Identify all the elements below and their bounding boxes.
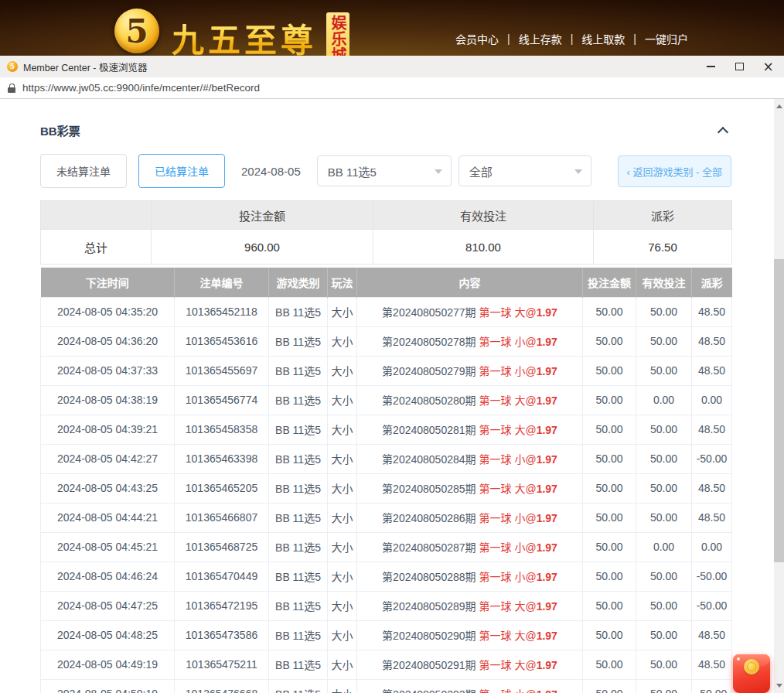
cell-order-id: 101365463398: [175, 444, 269, 473]
cell-order-id: 101365465205: [175, 473, 269, 503]
cell-bet-time: 2024-08-05 04:37:33: [41, 356, 175, 385]
unsettled-bets-button[interactable]: 未结算注单: [40, 154, 127, 188]
content-odds: 1.97: [537, 659, 557, 671]
back-to-category-button[interactable]: ‹ 返回游戏类别 - 全部: [618, 155, 732, 187]
filter-bar: 未结算注单 已结算注单 2024-08-05 BB 11选5 全部 ‹ 返回游戏…: [40, 154, 731, 188]
summary-value: 76.50: [594, 230, 732, 265]
column-header: 有效投注: [636, 268, 692, 297]
cell-payout: 48.50: [692, 415, 732, 444]
cell-payout: 48.50: [692, 297, 732, 326]
content-period: 第202408050291期: [382, 659, 476, 671]
settled-bets-button[interactable]: 已结算注单: [138, 154, 225, 188]
table-row: 2024-08-05 04:46:24101365470449BB 11选5大小…: [41, 562, 732, 591]
cell-content: 第202408050287期第一球 小@1.97: [357, 532, 583, 562]
cell-payout: 48.50: [692, 356, 732, 385]
summary-total-row: 总计960.00810.0076.50: [41, 230, 732, 265]
nav-link-1[interactable]: 线上存款: [519, 31, 562, 46]
table-row: 2024-08-05 04:42:27101365463398BB 11选5大小…: [41, 444, 732, 473]
cell-bet-time: 2024-08-05 04:35:20: [41, 297, 175, 326]
sparkle-dot: [737, 657, 740, 661]
content-pick: 第一球 大@: [479, 306, 537, 319]
cell-bet-time: 2024-08-05 04:50:19: [41, 679, 175, 693]
cell-valid-bet: 50.00: [636, 356, 692, 385]
table-row: 2024-08-05 04:36:20101365453616BB 11选5大小…: [41, 326, 732, 356]
url-text[interactable]: https://www.jw05.cc:9900/infe/mcenter/#/…: [22, 82, 260, 94]
maximize-icon: [735, 63, 744, 70]
cell-play-type: 大小: [328, 326, 357, 356]
cell-game-category: BB 11选5: [269, 415, 328, 444]
scrollbar-thumb[interactable]: [774, 259, 784, 562]
content-odds: 1.97: [537, 424, 557, 436]
scroll-down-arrow-icon[interactable]: [776, 684, 782, 688]
site-logo[interactable]: 5 九五至尊 娱乐城: [114, 5, 349, 56]
content-period: 第202408050285期: [382, 483, 476, 495]
logo-95-icon: 5: [114, 9, 159, 53]
cell-bet-time: 2024-08-05 04:45:21: [41, 532, 175, 562]
content-pick: 第一球 小@: [479, 571, 537, 583]
content-pick: 第一球 小@: [479, 688, 537, 693]
banner-nav: 会员中心|线上存款|线上取款|一键归户: [455, 31, 688, 46]
cell-bet-amount: 50.00: [583, 591, 636, 620]
chevron-down-icon: [435, 169, 442, 174]
cell-order-id: 101365476668: [175, 679, 269, 693]
table-row: 2024-08-05 04:37:33101365455697BB 11选5大小…: [41, 356, 732, 385]
cell-payout: 48.50: [692, 620, 732, 650]
summary-total-label: 总计: [41, 230, 152, 265]
cell-order-id: 101365470449: [175, 562, 269, 591]
gold-coin-icon: [744, 659, 759, 674]
content-pick: 第一球 小@: [479, 512, 537, 524]
cell-order-id: 101365466807: [175, 503, 269, 532]
content-pick: 第一球 大@: [479, 630, 537, 642]
cell-content: 第202408050279期第一球 小@1.97: [357, 356, 583, 385]
cell-payout: -50.00: [692, 562, 732, 591]
type-select[interactable]: 全部: [458, 155, 591, 186]
nav-separator: |: [571, 32, 574, 45]
close-button[interactable]: ×: [754, 56, 782, 77]
cell-content: 第202408050291期第一球 大@1.97: [357, 650, 583, 679]
cell-content: 第202408050289期第一球 大@1.97: [357, 591, 583, 620]
cell-bet-time: 2024-08-05 04:36:20: [41, 326, 175, 356]
content-period: 第202408050277期: [382, 306, 476, 319]
lock-icon: [8, 84, 15, 93]
game-select[interactable]: BB 11选5: [317, 155, 452, 186]
cell-play-type: 大小: [328, 503, 357, 532]
content-pick: 第一球 大@: [479, 394, 537, 407]
red-envelope-button[interactable]: [733, 654, 770, 693]
cell-order-id: 101365458358: [175, 415, 269, 444]
nav-link-2[interactable]: 线上取款: [581, 31, 625, 46]
column-header: 派彩: [692, 268, 732, 297]
maximize-button[interactable]: [725, 56, 754, 77]
column-header: 玩法: [328, 268, 357, 297]
page-content: BB彩票 未结算注单 已结算注单 2024-08-05 BB 11选5 全部 ‹…: [0, 99, 775, 693]
cell-payout: -50.00: [692, 679, 732, 693]
window-controls: ×: [697, 56, 782, 77]
cell-play-type: 大小: [328, 415, 357, 444]
collapse-chevron-up-icon[interactable]: [718, 127, 728, 138]
cell-game-category: BB 11选5: [269, 562, 328, 591]
cell-valid-bet: 50.00: [636, 650, 692, 679]
nav-link-3[interactable]: 一键归户: [645, 31, 688, 46]
scroll-up-arrow-icon[interactable]: [776, 104, 782, 108]
cell-play-type: 大小: [328, 444, 357, 473]
column-header: 注单编号: [175, 268, 269, 297]
table-row: 2024-08-05 04:47:25101365472195BB 11选5大小…: [41, 591, 732, 620]
content-pick: 第一球 大@: [479, 600, 537, 613]
browser-urlbar[interactable]: https://www.jw05.cc:9900/infe/mcenter/#/…: [0, 77, 784, 99]
content-period: 第202408050278期: [382, 336, 476, 348]
minimize-icon: [707, 66, 715, 67]
summary-value: 960.00: [152, 230, 373, 265]
cell-bet-time: 2024-08-05 04:44:21: [41, 503, 175, 532]
nav-link-0[interactable]: 会员中心: [455, 31, 499, 46]
bet-table: 下注时间注单编号游戏类别玩法内容投注金额有效投注派彩 2024-08-05 04…: [40, 268, 732, 693]
site-banner: 5 九五至尊 娱乐城 会员中心|线上存款|线上取款|一键归户: [0, 0, 784, 56]
browser-favicon-icon: 5: [7, 61, 18, 72]
cell-game-category: BB 11选5: [269, 356, 328, 385]
content-pick: 第一球 大@: [479, 424, 537, 436]
cell-content: 第202408050285期第一球 大@1.97: [357, 473, 583, 503]
cell-content: 第202408050288期第一球 小@1.97: [357, 562, 583, 591]
cell-game-category: BB 11选5: [269, 326, 328, 356]
scrollbar[interactable]: [774, 99, 784, 693]
cell-valid-bet: 50.00: [636, 503, 692, 532]
cell-content: 第202408050290期第一球 大@1.97: [357, 620, 583, 650]
minimize-button[interactable]: [697, 56, 725, 77]
